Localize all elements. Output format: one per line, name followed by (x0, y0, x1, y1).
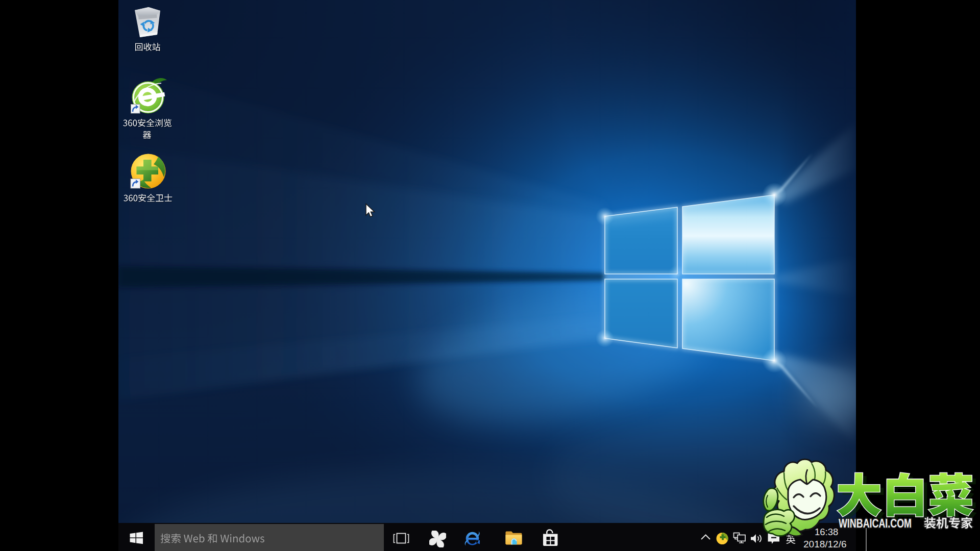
svg-text:WINBAICAI.COM: WINBAICAI.COM (839, 517, 912, 530)
